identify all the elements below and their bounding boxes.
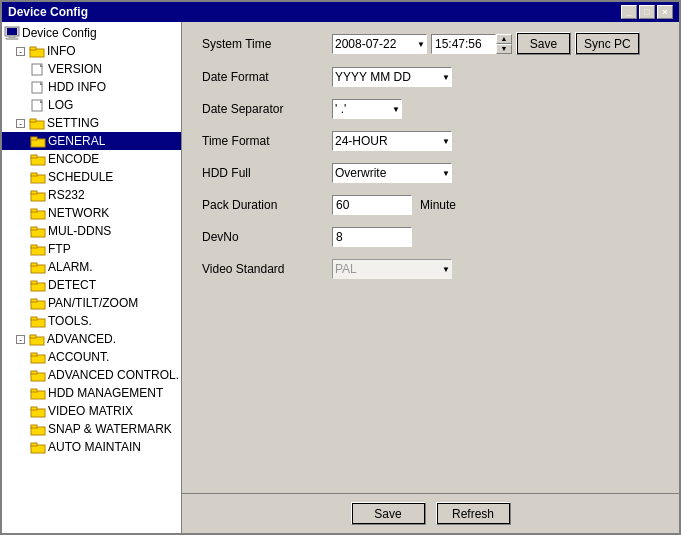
svg-rect-43 [31, 389, 37, 392]
sidebar-item-mul-ddns[interactable]: MUL-DDNS [2, 222, 181, 240]
bottom-bar: Save Refresh [182, 493, 679, 533]
form-area: System Time 2008-07-22 ▲ ▼ [182, 22, 679, 493]
date-format-select[interactable]: YYYY MM DD MM DD YYYY DD MM YYYY [332, 67, 452, 87]
date-format-controls: YYYY MM DD MM DD YYYY DD MM YYYY [332, 67, 452, 87]
main-window: Device Config _ □ × Device Config [0, 0, 681, 535]
folder-encode-icon [30, 151, 46, 167]
maximize-button[interactable]: □ [639, 5, 655, 19]
sidebar-item-auto-maintain[interactable]: AUTO MAINTAIN [2, 438, 181, 456]
folder-advanced-icon [29, 331, 45, 347]
sync-pc-button[interactable]: Sync PC [575, 32, 640, 55]
devno-label: DevNo [202, 230, 332, 244]
video-standard-row: Video Standard PAL NTSC [202, 259, 659, 279]
folder-info-icon [29, 43, 45, 59]
time-format-controls: 24-HOUR 12-HOUR [332, 131, 452, 151]
expand-setting-icon[interactable]: - [16, 119, 25, 128]
general-label: GENERAL [46, 134, 105, 148]
snap-label: SNAP & WATERMARK [46, 422, 172, 436]
sidebar-item-advanced[interactable]: - ADVANCED. [2, 330, 181, 348]
svg-rect-37 [30, 335, 36, 338]
svg-rect-3 [6, 38, 18, 40]
svg-rect-15 [31, 137, 37, 140]
hdd-full-controls: Overwrite Stop [332, 163, 452, 183]
refresh-button[interactable]: Refresh [436, 502, 511, 525]
sidebar-item-snap-watermark[interactable]: SNAP & WATERMARK [2, 420, 181, 438]
title-bar: Device Config _ □ × [2, 2, 679, 22]
svg-rect-33 [31, 299, 37, 302]
svg-rect-29 [31, 263, 37, 266]
sidebar-item-pan-tilt[interactable]: PAN/TILT/ZOOM [2, 294, 181, 312]
sidebar-item-general[interactable]: GENERAL [2, 132, 181, 150]
sidebar-item-encode[interactable]: ENCODE [2, 150, 181, 168]
time-format-select[interactable]: 24-HOUR 12-HOUR [332, 131, 452, 151]
folder-account-icon [30, 349, 46, 365]
video-standard-select[interactable]: PAL NTSC [332, 259, 452, 279]
title-bar-buttons: _ □ × [621, 5, 673, 19]
hdd-full-row: HDD Full Overwrite Stop [202, 163, 659, 183]
sidebar-item-rs232[interactable]: RS232 [2, 186, 181, 204]
folder-hddmgmt-icon [30, 385, 46, 401]
hdd-full-select[interactable]: Overwrite Stop [332, 163, 452, 183]
time-spinner-buttons: ▲ ▼ [496, 34, 512, 54]
sidebar-item-account[interactable]: ACCOUNT. [2, 348, 181, 366]
system-time-save-button[interactable]: Save [516, 32, 571, 55]
sidebar-item-network[interactable]: NETWORK [2, 204, 181, 222]
date-separator-select-wrapper: ' .' '-' '/' [332, 99, 402, 119]
svg-rect-39 [31, 353, 37, 356]
date-format-label: Date Format [202, 70, 332, 84]
folder-general-icon [30, 133, 46, 149]
save-button[interactable]: Save [351, 502, 426, 525]
sidebar-item-schedule[interactable]: SCHEDULE [2, 168, 181, 186]
devno-input[interactable] [332, 227, 412, 247]
folder-advctrl-icon [30, 367, 46, 383]
hdd-info-label: HDD INFO [46, 80, 106, 94]
sidebar-item-video-matrix[interactable]: VIDEO MATRIX [2, 402, 181, 420]
sidebar-item-setting[interactable]: - SETTING [2, 114, 181, 132]
expand-advanced-icon[interactable]: - [16, 335, 25, 344]
sidebar-item-hdd-mgmt[interactable]: HDD MANAGEMENT [2, 384, 181, 402]
minimize-button[interactable]: _ [621, 5, 637, 19]
advanced-label: ADVANCED. [45, 332, 116, 346]
pantilt-label: PAN/TILT/ZOOM [46, 296, 138, 310]
date-separator-controls: ' .' '-' '/' [332, 99, 402, 119]
time-up-button[interactable]: ▲ [496, 34, 512, 44]
time-format-label: Time Format [202, 134, 332, 148]
folder-detect-icon [30, 277, 46, 293]
version-label: VERSION [46, 62, 102, 76]
tools-label: TOOLS. [46, 314, 92, 328]
sidebar-item-alarm[interactable]: ALARM. [2, 258, 181, 276]
svg-rect-2 [9, 36, 15, 38]
system-time-input[interactable] [431, 34, 496, 54]
alarm-label: ALARM. [46, 260, 93, 274]
sidebar-item-info[interactable]: - INFO [2, 42, 181, 60]
sidebar: Device Config - INFO [2, 22, 182, 533]
sidebar-item-advanced-ctrl[interactable]: ADVANCED CONTROL. [2, 366, 181, 384]
system-date-select[interactable]: 2008-07-22 [332, 34, 427, 54]
folder-videomatrix-icon [30, 403, 46, 419]
time-down-button[interactable]: ▼ [496, 44, 512, 54]
pack-duration-row: Pack Duration Minute [202, 195, 659, 215]
account-label: ACCOUNT. [46, 350, 109, 364]
rs232-label: RS232 [46, 188, 85, 202]
date-format-row: Date Format YYYY MM DD MM DD YYYY DD MM … [202, 67, 659, 87]
sidebar-item-log[interactable]: LOG [2, 96, 181, 114]
expand-info-icon[interactable]: - [16, 47, 25, 56]
folder-network-icon [30, 205, 46, 221]
video-standard-select-wrapper: PAL NTSC [332, 259, 452, 279]
time-format-select-wrapper: 24-HOUR 12-HOUR [332, 131, 452, 151]
date-format-select-wrapper: YYYY MM DD MM DD YYYY DD MM YYYY [332, 67, 452, 87]
sidebar-item-detect[interactable]: DETECT [2, 276, 181, 294]
svg-rect-25 [31, 227, 37, 230]
sidebar-item-version[interactable]: VERSION [2, 60, 181, 78]
advctrl-label: ADVANCED CONTROL. [46, 368, 179, 382]
sidebar-item-tools[interactable]: TOOLS. [2, 312, 181, 330]
sidebar-item-hdd-info[interactable]: HDD INFO [2, 78, 181, 96]
sidebar-item-ftp[interactable]: FTP [2, 240, 181, 258]
close-button[interactable]: × [657, 5, 673, 19]
pack-duration-input[interactable] [332, 195, 412, 215]
hddmgmt-label: HDD MANAGEMENT [46, 386, 163, 400]
folder-alarm-icon [30, 259, 46, 275]
sidebar-item-root[interactable]: Device Config [2, 24, 181, 42]
date-separator-select[interactable]: ' .' '-' '/' [332, 99, 402, 119]
system-time-row: System Time 2008-07-22 ▲ ▼ [202, 32, 659, 55]
